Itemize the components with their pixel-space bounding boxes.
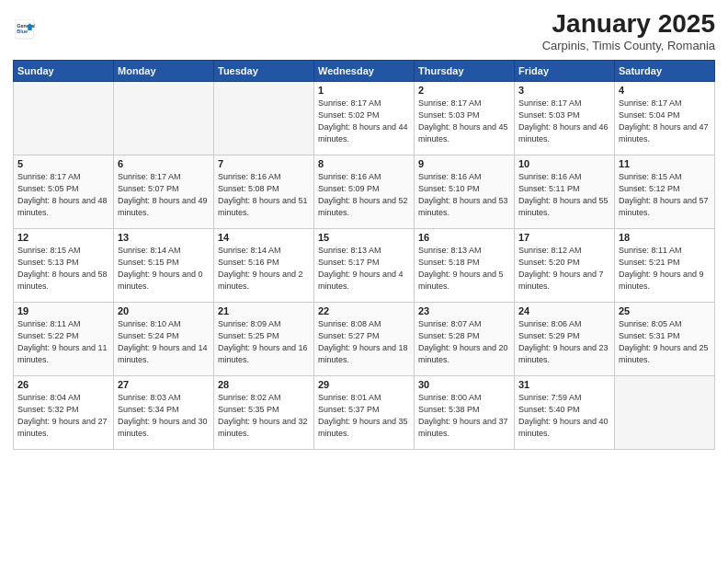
day-number: 25 <box>619 305 711 316</box>
day-info: Sunrise: 8:11 AMSunset: 5:22 PMDaylight:… <box>17 318 109 366</box>
calendar-cell: 12Sunrise: 8:15 AMSunset: 5:13 PMDayligh… <box>14 229 114 303</box>
day-number: 10 <box>518 158 610 169</box>
day-number: 7 <box>218 158 310 169</box>
day-info: Sunrise: 8:14 AMSunset: 5:15 PMDaylight:… <box>118 245 210 293</box>
day-number: 13 <box>118 232 210 243</box>
calendar-cell: 13Sunrise: 8:14 AMSunset: 5:15 PMDayligh… <box>114 229 214 303</box>
month-title: January 2025 <box>542 9 715 39</box>
day-info: Sunrise: 8:08 AMSunset: 5:27 PMDaylight:… <box>318 318 410 366</box>
svg-text:Blue: Blue <box>17 29 28 34</box>
day-info: Sunrise: 8:13 AMSunset: 5:18 PMDaylight:… <box>418 245 510 293</box>
calendar-cell <box>214 82 314 155</box>
calendar-cell: 30Sunrise: 8:00 AMSunset: 5:38 PMDayligh… <box>415 376 515 450</box>
day-number: 11 <box>619 158 711 169</box>
day-info: Sunrise: 8:17 AMSunset: 5:07 PMDaylight:… <box>118 171 210 219</box>
day-info: Sunrise: 8:09 AMSunset: 5:25 PMDaylight:… <box>218 318 310 366</box>
day-number: 14 <box>218 232 310 243</box>
day-info: Sunrise: 8:16 AMSunset: 5:11 PMDaylight:… <box>518 171 610 219</box>
calendar-cell: 20Sunrise: 8:10 AMSunset: 5:24 PMDayligh… <box>114 303 214 376</box>
day-number: 30 <box>418 379 510 390</box>
day-number: 5 <box>17 158 109 169</box>
day-number: 8 <box>318 158 410 169</box>
logo-icon: General Blue <box>15 19 35 40</box>
day-info: Sunrise: 8:06 AMSunset: 5:29 PMDaylight:… <box>518 318 610 366</box>
day-number: 6 <box>118 158 210 169</box>
calendar-cell: 26Sunrise: 8:04 AMSunset: 5:32 PMDayligh… <box>14 376 114 450</box>
day-number: 21 <box>218 305 310 316</box>
day-info: Sunrise: 8:16 AMSunset: 5:10 PMDaylight:… <box>418 171 510 219</box>
logo: General Blue <box>13 19 35 43</box>
subtitle: Carpinis, Timis County, Romania <box>542 39 715 52</box>
calendar-cell: 2Sunrise: 8:17 AMSunset: 5:03 PMDaylight… <box>415 82 515 155</box>
calendar-table: SundayMondayTuesdayWednesdayThursdayFrid… <box>13 60 715 450</box>
day-info: Sunrise: 8:01 AMSunset: 5:37 PMDaylight:… <box>318 392 410 440</box>
day-info: Sunrise: 8:11 AMSunset: 5:21 PMDaylight:… <box>619 245 711 293</box>
day-info: Sunrise: 8:12 AMSunset: 5:20 PMDaylight:… <box>518 245 610 293</box>
day-info: Sunrise: 8:10 AMSunset: 5:24 PMDaylight:… <box>118 318 210 366</box>
day-info: Sunrise: 8:15 AMSunset: 5:12 PMDaylight:… <box>619 171 711 219</box>
day-info: Sunrise: 8:07 AMSunset: 5:28 PMDaylight:… <box>418 318 510 366</box>
day-info: Sunrise: 8:17 AMSunset: 5:05 PMDaylight:… <box>17 171 109 219</box>
weekday-header-sunday: Sunday <box>14 61 114 82</box>
day-info: Sunrise: 8:17 AMSunset: 5:03 PMDaylight:… <box>518 98 610 145</box>
weekday-header-tuesday: Tuesday <box>214 61 314 82</box>
day-info: Sunrise: 8:17 AMSunset: 5:04 PMDaylight:… <box>619 98 711 145</box>
calendar-cell: 17Sunrise: 8:12 AMSunset: 5:20 PMDayligh… <box>515 229 615 303</box>
calendar-cell: 16Sunrise: 8:13 AMSunset: 5:18 PMDayligh… <box>415 229 515 303</box>
calendar-cell: 19Sunrise: 8:11 AMSunset: 5:22 PMDayligh… <box>14 303 114 376</box>
day-number: 12 <box>17 232 109 243</box>
day-info: Sunrise: 8:03 AMSunset: 5:34 PMDaylight:… <box>118 392 210 440</box>
day-number: 18 <box>619 232 711 243</box>
day-number: 4 <box>619 85 711 96</box>
calendar-cell: 9Sunrise: 8:16 AMSunset: 5:10 PMDaylight… <box>415 155 515 229</box>
header: General Blue January 2025 Carpinis, Timi… <box>13 9 715 52</box>
calendar-cell: 5Sunrise: 8:17 AMSunset: 5:05 PMDaylight… <box>14 155 114 229</box>
day-number: 1 <box>318 85 410 96</box>
day-info: Sunrise: 8:14 AMSunset: 5:16 PMDaylight:… <box>218 245 310 293</box>
day-number: 15 <box>318 232 410 243</box>
calendar-cell: 29Sunrise: 8:01 AMSunset: 5:37 PMDayligh… <box>314 376 415 450</box>
calendar-cell: 8Sunrise: 8:16 AMSunset: 5:09 PMDaylight… <box>314 155 415 229</box>
day-number: 23 <box>418 305 510 316</box>
day-number: 20 <box>118 305 210 316</box>
day-number: 31 <box>518 379 610 390</box>
calendar-cell <box>14 82 114 155</box>
day-number: 17 <box>518 232 610 243</box>
week-row-5: 26Sunrise: 8:04 AMSunset: 5:32 PMDayligh… <box>14 376 715 450</box>
weekday-header-thursday: Thursday <box>415 61 515 82</box>
calendar-cell: 4Sunrise: 8:17 AMSunset: 5:04 PMDaylight… <box>615 82 715 155</box>
day-info: Sunrise: 8:02 AMSunset: 5:35 PMDaylight:… <box>218 392 310 440</box>
day-info: Sunrise: 8:04 AMSunset: 5:32 PMDaylight:… <box>17 392 109 440</box>
day-number: 24 <box>518 305 610 316</box>
calendar-cell <box>114 82 214 155</box>
weekday-header-friday: Friday <box>515 61 615 82</box>
day-number: 9 <box>418 158 510 169</box>
week-row-2: 5Sunrise: 8:17 AMSunset: 5:05 PMDaylight… <box>14 155 715 229</box>
calendar-cell: 14Sunrise: 8:14 AMSunset: 5:16 PMDayligh… <box>214 229 314 303</box>
day-number: 16 <box>418 232 510 243</box>
day-number: 22 <box>318 305 410 316</box>
weekday-header-monday: Monday <box>114 61 214 82</box>
day-number: 29 <box>318 379 410 390</box>
calendar-cell: 24Sunrise: 8:06 AMSunset: 5:29 PMDayligh… <box>515 303 615 376</box>
page-container: General Blue January 2025 Carpinis, Timi… <box>0 0 728 459</box>
day-number: 26 <box>17 379 109 390</box>
day-info: Sunrise: 8:17 AMSunset: 5:02 PMDaylight:… <box>318 98 410 145</box>
calendar-cell: 1Sunrise: 8:17 AMSunset: 5:02 PMDaylight… <box>314 82 415 155</box>
calendar-cell <box>615 376 715 450</box>
week-row-3: 12Sunrise: 8:15 AMSunset: 5:13 PMDayligh… <box>14 229 715 303</box>
day-number: 27 <box>118 379 210 390</box>
day-info: Sunrise: 8:16 AMSunset: 5:09 PMDaylight:… <box>318 171 410 219</box>
calendar-cell: 15Sunrise: 8:13 AMSunset: 5:17 PMDayligh… <box>314 229 415 303</box>
day-info: Sunrise: 8:17 AMSunset: 5:03 PMDaylight:… <box>418 98 510 145</box>
calendar-cell: 22Sunrise: 8:08 AMSunset: 5:27 PMDayligh… <box>314 303 415 376</box>
calendar-cell: 25Sunrise: 8:05 AMSunset: 5:31 PMDayligh… <box>615 303 715 376</box>
day-info: Sunrise: 7:59 AMSunset: 5:40 PMDaylight:… <box>518 392 610 440</box>
day-number: 19 <box>17 305 109 316</box>
calendar-cell: 11Sunrise: 8:15 AMSunset: 5:12 PMDayligh… <box>615 155 715 229</box>
calendar-cell: 21Sunrise: 8:09 AMSunset: 5:25 PMDayligh… <box>214 303 314 376</box>
calendar-cell: 18Sunrise: 8:11 AMSunset: 5:21 PMDayligh… <box>615 229 715 303</box>
weekday-header-wednesday: Wednesday <box>314 61 415 82</box>
calendar-cell: 27Sunrise: 8:03 AMSunset: 5:34 PMDayligh… <box>114 376 214 450</box>
day-number: 2 <box>418 85 510 96</box>
